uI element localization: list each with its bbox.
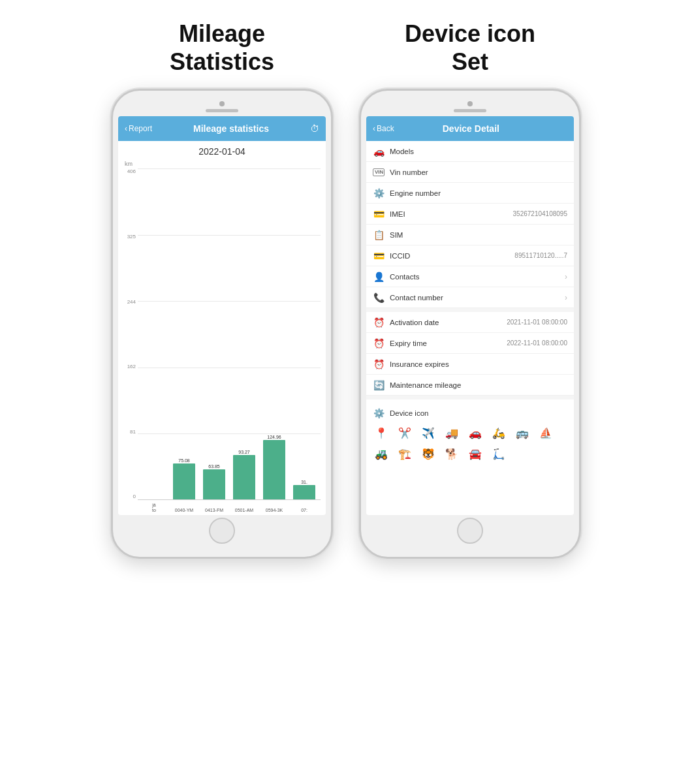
clock-icon-1: ⏰ bbox=[373, 317, 385, 328]
row-imei[interactable]: 💳 IMEI 352672104108095 bbox=[366, 204, 574, 225]
row-vin[interactable]: VIN Vin number bbox=[366, 162, 574, 183]
row-contacts[interactable]: 👤 Contacts › bbox=[366, 266, 574, 287]
contact-number-label: Contact number bbox=[390, 294, 559, 302]
chart-ylabel: km bbox=[125, 161, 321, 167]
mileage-date: 2022-01-04 bbox=[123, 146, 321, 157]
speaker bbox=[206, 109, 238, 112]
contacts-chevron: › bbox=[565, 272, 567, 281]
bar-3: 93.27 bbox=[230, 450, 258, 499]
device-nav-title: Device Detail bbox=[443, 123, 499, 134]
icon-sedan[interactable]: 🚘 bbox=[467, 445, 484, 462]
x-label-0: 0040-YM bbox=[170, 508, 198, 512]
maintenance-icon: 🔄 bbox=[373, 380, 385, 390]
mileage-back-button[interactable]: ‹ Report bbox=[125, 124, 152, 133]
icon-scissors[interactable]: ✂️ bbox=[396, 424, 413, 441]
icon-dog[interactable]: 🐕 bbox=[443, 445, 460, 462]
y-label-325: 325 bbox=[123, 234, 136, 240]
imei-label: IMEI bbox=[390, 210, 508, 218]
mileage-nav-title: Mileage statistics bbox=[193, 123, 269, 134]
icon-bus[interactable]: 🚌 bbox=[514, 424, 531, 441]
activation-label: Activation date bbox=[390, 319, 501, 326]
device-back-label: Back bbox=[377, 124, 394, 133]
car-icon: 🚗 bbox=[373, 146, 385, 157]
icons-grid: 📍 ✂️ ✈️ 🚚 🚗 🛵 🚌 ⛵ 🚜 bbox=[373, 424, 567, 462]
icon-car[interactable]: 🚗 bbox=[467, 424, 484, 441]
y-label-406: 406 bbox=[123, 168, 136, 174]
device-section: Device icon Set ‹ Back Device Detail bbox=[359, 20, 581, 559]
expiry-value: 2022-11-01 08:00:00 bbox=[507, 339, 567, 347]
speaker-right bbox=[454, 109, 486, 112]
x-label-3: 0594-3K bbox=[260, 508, 288, 512]
models-label: Models bbox=[390, 148, 567, 155]
activation-value: 2021-11-01 08:00:00 bbox=[507, 319, 567, 326]
device-icon-label: Device icon bbox=[390, 409, 567, 417]
mileage-title: Mileage Statistics bbox=[170, 20, 274, 76]
imei-value: 352672104108095 bbox=[513, 210, 567, 217]
row-contact-number[interactable]: 📞 Contact number › bbox=[366, 287, 574, 308]
vin-icon: VIN bbox=[373, 168, 385, 176]
bar-5: 31. bbox=[291, 480, 318, 499]
device-nav-bar: ‹ Back Device Detail bbox=[366, 116, 574, 141]
vin-label: Vin number bbox=[390, 168, 567, 176]
engine-icon: ⚙️ bbox=[373, 188, 385, 198]
iccid-label: ICCID bbox=[390, 252, 509, 260]
icon-truck[interactable]: 🚚 bbox=[443, 424, 460, 441]
device-back-button[interactable]: ‹ Back bbox=[373, 124, 394, 133]
mileage-clock-icon[interactable]: ⏱ bbox=[310, 123, 319, 134]
camera-dot-right bbox=[467, 101, 473, 106]
phone-icon: 📞 bbox=[373, 292, 385, 303]
insurance-label: Insurance expires bbox=[390, 360, 567, 368]
mileage-nav-bar: ‹ Report Mileage statistics ⏱ bbox=[118, 116, 326, 141]
bar-4: 124.96 bbox=[260, 435, 288, 499]
x-label-4: 07: bbox=[291, 508, 318, 512]
mileage-chevron-icon: ‹ bbox=[125, 124, 127, 133]
contacts-label: Contacts bbox=[390, 273, 559, 281]
x-label-1: 0413-FM bbox=[200, 508, 228, 512]
bar-value-1: 75.08 bbox=[178, 458, 190, 463]
y-label-162: 162 bbox=[123, 364, 136, 369]
iccid-icon: 💳 bbox=[373, 251, 385, 261]
icons-row-2: 🚜 🏗️ 🐯 🐕 🚘 🛴 bbox=[373, 445, 567, 462]
mileage-phone-screen: ‹ Report Mileage statistics ⏱ 2022-01-04… bbox=[118, 116, 326, 515]
device-icon-section: ⚙️ Device icon 📍 ✂️ ✈️ 🚚 🚗 🛵 bbox=[366, 400, 574, 465]
expiry-label: Expiry time bbox=[390, 339, 501, 347]
icons-row-1: 📍 ✂️ ✈️ 🚚 🚗 🛵 🚌 ⛵ bbox=[373, 424, 567, 441]
x-label-2: 0501-AM bbox=[230, 508, 258, 512]
contact-number-chevron: › bbox=[565, 293, 567, 302]
maintenance-label: Maintenance mileage bbox=[390, 381, 567, 389]
bar-2: 63.85 bbox=[200, 464, 228, 499]
icon-plane[interactable]: ✈️ bbox=[420, 424, 437, 441]
bar-value-2: 63.85 bbox=[208, 464, 220, 469]
icon-tractor[interactable]: 🚜 bbox=[373, 445, 390, 462]
bar-value-3: 93.27 bbox=[238, 450, 250, 454]
home-button-left[interactable] bbox=[209, 518, 235, 544]
mileage-content: 2022-01-04 km 406 325 244 162 81 0 bbox=[118, 141, 326, 515]
row-expiry[interactable]: ⏰ Expiry time 2022-11-01 08:00:00 bbox=[366, 333, 574, 354]
clock-icon-2: ⏰ bbox=[373, 338, 385, 349]
y-label-81: 81 bbox=[123, 429, 136, 435]
icon-location[interactable]: 📍 bbox=[373, 424, 390, 441]
row-models[interactable]: 🚗 Models bbox=[366, 141, 574, 162]
row-engine[interactable]: ⚙️ Engine number bbox=[366, 183, 574, 204]
y-label-244: 244 bbox=[123, 299, 136, 305]
row-iccid[interactable]: 💳 ICCID 89511710120.....7 bbox=[366, 245, 574, 266]
mileage-section: Mileage Statistics ‹ Report Mileage stat… bbox=[111, 20, 333, 559]
bar-value-5: 31. bbox=[301, 480, 307, 484]
row-sim[interactable]: 📋 SIM bbox=[366, 225, 574, 245]
icon-scooter[interactable]: 🛵 bbox=[490, 424, 507, 441]
home-button-right[interactable] bbox=[457, 518, 483, 544]
phone-home-area-right bbox=[457, 515, 483, 546]
clock-icon-3: ⏰ bbox=[373, 359, 385, 369]
bar-value-4: 124.96 bbox=[267, 435, 281, 439]
icon-boat[interactable]: ⛵ bbox=[537, 424, 554, 441]
icon-bicycle[interactable]: 🛴 bbox=[490, 445, 507, 462]
imei-icon: 💳 bbox=[373, 209, 385, 219]
row-insurance[interactable]: ⏰ Insurance expires bbox=[366, 354, 574, 375]
mileage-back-label: Report bbox=[129, 124, 152, 133]
device-phone: ‹ Back Device Detail 🚗 Models VIN bbox=[359, 89, 581, 559]
icon-crane[interactable]: 🏗️ bbox=[396, 445, 413, 462]
device-icon-row-header: ⚙️ Device icon bbox=[373, 403, 567, 424]
row-maintenance[interactable]: 🔄 Maintenance mileage bbox=[366, 375, 574, 396]
row-activation[interactable]: ⏰ Activation date 2021-11-01 08:00:00 bbox=[366, 312, 574, 333]
icon-tiger[interactable]: 🐯 bbox=[420, 445, 437, 462]
